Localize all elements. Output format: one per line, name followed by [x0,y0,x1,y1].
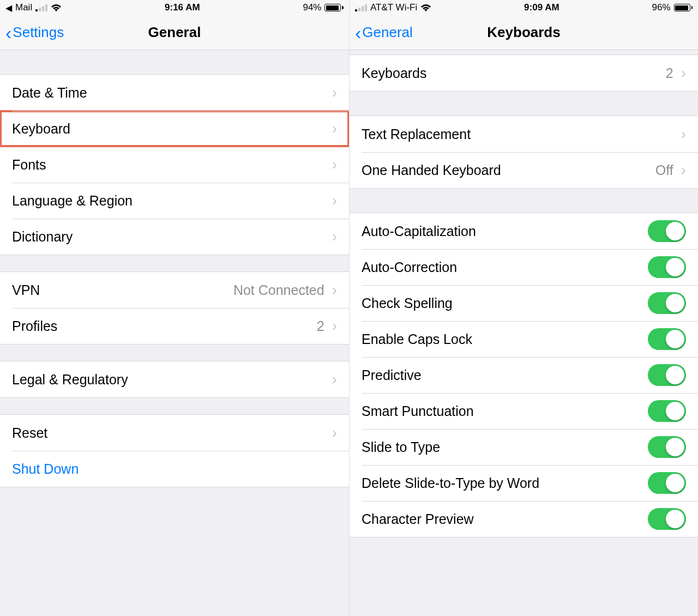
toggle-delslide[interactable] [648,472,686,494]
row-fonts[interactable]: Fonts› [0,147,349,183]
right-screenshot-keyboards: AT&T Wi-Fi 9:09 AM 96% ‹ General Keyboar… [349,0,698,616]
row-label: Smart Punctuation [362,403,474,419]
wifi-icon [420,4,431,12]
page-title: Keyboards [487,24,560,41]
row-label: Language & Region [12,193,133,209]
battery-icon [324,4,344,11]
chevron-right-icon: › [332,424,337,442]
toggle-slidetype[interactable] [648,436,686,458]
row-label: Legal & Regulatory [12,372,128,388]
chevron-right-icon: › [332,228,337,245]
row-detail: Not Connected [233,282,324,298]
chevron-right-icon: › [332,317,337,335]
toggle-predictive[interactable] [648,364,686,386]
row-label: One Handed Keyboard [362,162,501,178]
page-title: General [148,24,201,41]
carrier-label: AT&T Wi-Fi [370,2,417,13]
chevron-right-icon: › [332,120,337,137]
row-label: Profiles [12,318,57,334]
toggle-autocap[interactable] [648,220,686,242]
row-textrepl[interactable]: Text Replacement› [350,116,698,152]
return-to-app-icon[interactable]: ◀ [5,3,12,13]
row-label: Fonts [12,157,46,173]
row-langregion[interactable]: Language & Region› [0,183,349,219]
row-label: Keyboard [12,121,70,137]
chevron-right-icon: › [332,281,337,299]
status-time: 9:16 AM [165,2,200,13]
row-label: Keyboards [362,65,427,81]
nav-bar: ‹ Settings General [0,15,349,50]
row-onehand[interactable]: One Handed KeyboardOff› [350,152,698,188]
chevron-right-icon: › [681,125,686,143]
back-button[interactable]: ‹ General [355,23,413,42]
row-label: Auto-Correction [362,259,457,275]
chevron-left-icon: ‹ [355,23,361,42]
row-label: Auto-Capitalization [362,224,476,239]
status-time: 9:09 AM [524,2,559,13]
back-label: General [362,24,413,41]
row-label: Predictive [362,367,422,383]
row-delslide: Delete Slide-to-Type by Word [350,465,698,501]
toggle-capslock[interactable] [648,328,686,350]
toggle-autocorrect[interactable] [648,256,686,278]
settings-list[interactable]: Date & Time›Keyboard›Fonts›Language & Re… [0,50,349,616]
row-legal[interactable]: Legal & Regulatory› [0,361,349,397]
row-label: Reset [12,425,47,441]
toggle-spelling[interactable] [648,292,686,314]
row-slidetype: Slide to Type [350,429,698,465]
battery-percent: 96% [652,2,670,13]
back-button[interactable]: ‹ Settings [5,23,64,42]
row-label: Text Replacement [362,126,471,142]
row-detail: 2 [317,318,324,334]
status-bar: AT&T Wi-Fi 9:09 AM 96% [350,0,698,15]
wifi-icon [51,4,62,12]
row-label: Slide to Type [362,439,440,455]
row-vpn[interactable]: VPNNot Connected› [0,272,349,308]
row-keyboard[interactable]: Keyboard› [0,111,349,147]
row-detail: Off [655,162,673,178]
chevron-right-icon: › [332,84,337,101]
row-autocap: Auto-Capitalization [350,213,698,249]
row-autocorrect: Auto-Correction [350,249,698,285]
row-label: Enable Caps Lock [362,331,472,347]
chevron-right-icon: › [332,156,337,173]
nav-bar: ‹ General Keyboards [350,15,698,50]
chevron-right-icon: › [681,161,686,179]
battery-icon [674,4,693,11]
row-capslock: Enable Caps Lock [350,321,698,357]
row-profiles[interactable]: Profiles2› [0,308,349,344]
row-dictionary[interactable]: Dictionary› [0,219,349,255]
return-to-app-label[interactable]: Mail [15,2,32,13]
toggle-smartpunct[interactable] [648,400,686,422]
row-detail: 2 [666,65,673,81]
cellular-signal-icon [355,4,367,11]
cellular-signal-icon [35,4,47,11]
row-reset[interactable]: Reset› [0,415,349,451]
row-spelling: Check Spelling [350,285,698,321]
row-charpreview: Character Preview [350,501,698,537]
row-label: VPN [12,282,40,298]
row-smartpunct: Smart Punctuation [350,393,698,429]
row-datetime[interactable]: Date & Time› [0,75,349,111]
toggle-charpreview[interactable] [648,508,686,530]
chevron-left-icon: ‹ [5,23,11,42]
chevron-right-icon: › [332,192,337,209]
chevron-right-icon: › [332,371,337,388]
row-label: Character Preview [362,511,474,527]
left-screenshot-general: ◀ Mail 9:16 AM 94% ‹ Settings General Da… [0,0,349,616]
row-keyboards[interactable]: Keyboards2› [350,55,698,91]
row-label: Shut Down [12,461,79,477]
status-bar: ◀ Mail 9:16 AM 94% [0,0,349,15]
settings-list[interactable]: Keyboards2› Text Replacement›One Handed … [350,50,698,616]
row-label: Check Spelling [362,295,453,311]
battery-percent: 94% [303,2,321,13]
row-predictive: Predictive [350,357,698,393]
row-label: Dictionary [12,229,73,245]
chevron-right-icon: › [681,64,686,82]
row-label: Delete Slide-to-Type by Word [362,475,539,491]
back-label: Settings [13,24,64,41]
row-label: Date & Time [12,85,87,101]
row-shutdown[interactable]: Shut Down [0,451,349,487]
